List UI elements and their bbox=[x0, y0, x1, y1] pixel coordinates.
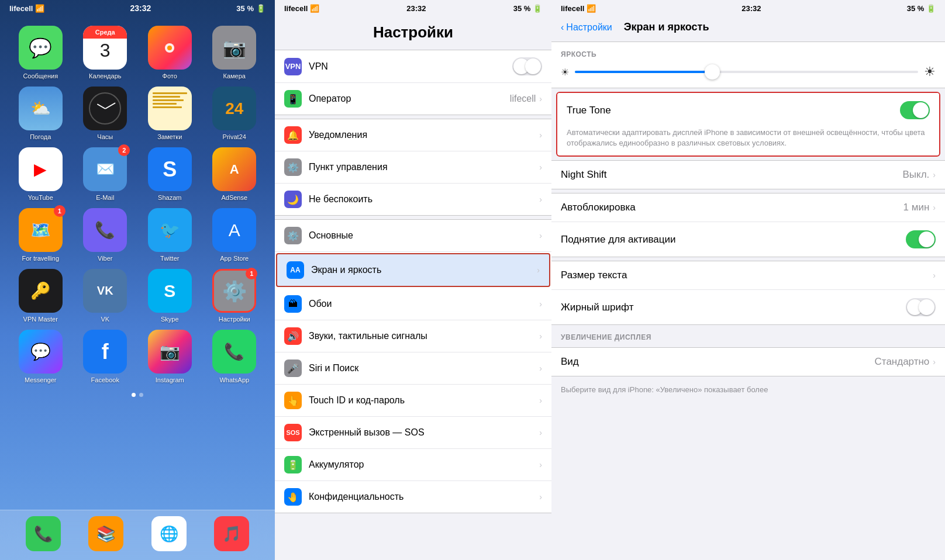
settings-display-label: Экран и яркость bbox=[311, 265, 537, 275]
settings-row-touchid[interactable]: 👆 Touch ID и код-пароль › bbox=[275, 385, 551, 417]
display-row-view[interactable]: Вид Стандартно › bbox=[551, 348, 945, 376]
view-label: Вид bbox=[561, 356, 875, 368]
settings-row-dnd[interactable]: 🌙 Не беспокоить › bbox=[275, 184, 551, 215]
app-vpnmaster-icon: 🔑 bbox=[19, 269, 63, 313]
app-youtube-icon: ▶ bbox=[19, 147, 63, 191]
app-shazam[interactable]: S Shazam bbox=[141, 147, 199, 201]
app-settings[interactable]: ⚙️ 1 Настройки bbox=[206, 269, 264, 323]
settings-battery-label: Аккумулятор bbox=[309, 459, 539, 470]
settings-row-control[interactable]: ⚙️ Пункт управления › bbox=[275, 151, 551, 184]
app-settings-badge: 1 bbox=[246, 268, 257, 279]
app-email[interactable]: ✉️ 2 E-Mail bbox=[77, 147, 134, 201]
svg-point-1 bbox=[167, 46, 172, 50]
settings-row-sounds[interactable]: 🔊 Звуки, тактильные сигналы › bbox=[275, 320, 551, 352]
settings-row-sos[interactable]: SOS Экстренный вызов — SOS › bbox=[275, 417, 551, 449]
settings-group-network: VPN VPN 📱 Оператор lifecell › bbox=[275, 50, 551, 115]
settings-battery-icon: 🔋 bbox=[284, 456, 302, 473]
settings-row-notifications[interactable]: 🔔 Уведомления › bbox=[275, 119, 551, 151]
clock-hour-hand bbox=[96, 103, 105, 109]
home-screen: lifecell 📶 23:32 35 % 🔋 💬 Сообщения Сред… bbox=[0, 0, 275, 560]
dock-phone[interactable]: 📞 bbox=[26, 516, 61, 551]
app-appstore-label: App Store bbox=[220, 255, 249, 262]
display-row-boldtext[interactable]: Жирный шрифт bbox=[551, 290, 945, 324]
settings-row-vpn[interactable]: VPN VPN bbox=[275, 50, 551, 83]
settings-row-general[interactable]: ⚙️ Основные › bbox=[275, 220, 551, 252]
app-vk[interactable]: VK VK bbox=[77, 269, 134, 323]
dock-books[interactable]: 📚 bbox=[88, 516, 123, 551]
display-row-raisewake[interactable]: Поднятие для активации bbox=[551, 222, 945, 257]
settings-siri-label: Siri и Поиск bbox=[309, 363, 539, 374]
display-row-nightshift[interactable]: Night Shift Выкл. › bbox=[551, 161, 945, 189]
settings-touchid-label: Touch ID и код-пароль bbox=[309, 395, 539, 406]
raisewake-toggle[interactable] bbox=[906, 230, 936, 248]
dock-chrome[interactable]: 🌐 bbox=[151, 516, 187, 551]
settings-privacy-chevron: › bbox=[539, 492, 542, 502]
display-wifi-icon: 📶 bbox=[587, 4, 596, 13]
app-camera[interactable]: 📷 Камера bbox=[206, 26, 264, 79]
settings-control-label: Пункт управления bbox=[309, 162, 539, 172]
app-viber[interactable]: 📞 Viber bbox=[77, 208, 134, 262]
settings-general-label: Основные bbox=[309, 230, 539, 241]
settings-siri-chevron: › bbox=[539, 364, 542, 373]
app-travelling[interactable]: 🗺️ 1 For travelling bbox=[12, 208, 70, 262]
back-button[interactable]: ‹ Настройки bbox=[561, 22, 612, 33]
app-instagram[interactable]: 📷 Instagram bbox=[141, 330, 199, 383]
settings-row-battery[interactable]: 🔋 Аккумулятор › bbox=[275, 449, 551, 481]
app-privat24[interactable]: 24 Privat24 bbox=[206, 87, 264, 140]
boldtext-toggle[interactable] bbox=[906, 298, 936, 316]
app-adsense-icon: A bbox=[212, 147, 256, 191]
app-photos[interactable]: Фото bbox=[141, 26, 199, 79]
app-messages[interactable]: 💬 Сообщения bbox=[12, 26, 70, 79]
calendar-weekday: Среда bbox=[83, 26, 127, 39]
home-status-left: lifecell 📶 bbox=[9, 4, 44, 13]
notes-line-2 bbox=[153, 96, 180, 98]
home-battery-icon: 🔋 bbox=[256, 4, 265, 13]
app-calendar[interactable]: Среда 3 Календарь bbox=[77, 26, 134, 79]
app-vpnmaster-label: VPN Master bbox=[23, 316, 58, 323]
app-whatsapp[interactable]: 📞 WhatsApp bbox=[206, 330, 264, 383]
settings-row-display[interactable]: AA Экран и яркость › bbox=[276, 253, 550, 287]
nightshift-value: Выкл. bbox=[902, 169, 929, 181]
app-vpnmaster[interactable]: 🔑 VPN Master bbox=[12, 269, 70, 323]
app-email-badge: 2 bbox=[118, 144, 130, 156]
settings-operator-label: Оператор bbox=[309, 94, 510, 104]
settings-vpn-label: VPN bbox=[309, 61, 512, 72]
app-notes-label: Заметки bbox=[157, 133, 182, 140]
display-battery: 35 % 🔋 bbox=[907, 4, 936, 13]
settings-general-chevron: › bbox=[539, 231, 542, 240]
settings-wallpaper-chevron: › bbox=[539, 299, 542, 309]
app-appstore[interactable]: A App Store bbox=[206, 208, 264, 262]
app-twitter-label: Twitter bbox=[160, 255, 179, 262]
settings-title: Настройки bbox=[275, 16, 551, 46]
app-weather[interactable]: ⛅ Погода bbox=[12, 87, 70, 140]
app-adsense[interactable]: A AdSense bbox=[206, 147, 264, 201]
app-twitter[interactable]: 🐦 Twitter bbox=[141, 208, 199, 262]
display-row-textsize[interactable]: Размер текста › bbox=[551, 261, 945, 290]
app-notes[interactable]: Заметки bbox=[141, 87, 199, 140]
dock-music[interactable]: 🎵 bbox=[214, 516, 249, 551]
app-skype[interactable]: S Skype bbox=[141, 269, 199, 323]
back-chevron-icon: ‹ bbox=[561, 22, 564, 33]
app-youtube[interactable]: ▶ YouTube bbox=[12, 147, 70, 201]
settings-time: 23:32 bbox=[406, 4, 426, 13]
app-skype-icon: S bbox=[148, 269, 192, 313]
display-row-autolock[interactable]: Автоблокировка 1 мин › bbox=[551, 193, 945, 222]
app-settings-label: Настройки bbox=[219, 316, 250, 323]
settings-row-operator[interactable]: 📱 Оператор lifecell › bbox=[275, 83, 551, 115]
settings-operator-icon: 📱 bbox=[284, 90, 302, 108]
settings-control-icon: ⚙️ bbox=[284, 158, 302, 176]
home-wifi-icon: 📶 bbox=[35, 4, 44, 13]
app-email-icon: ✉️ 2 bbox=[83, 147, 127, 191]
settings-row-siri[interactable]: 🎤 Siri и Поиск › bbox=[275, 352, 551, 385]
app-clock[interactable]: Часы bbox=[77, 87, 134, 140]
brightness-slider[interactable] bbox=[575, 71, 918, 73]
settings-dnd-label: Не беспокоить bbox=[309, 194, 539, 205]
settings-row-privacy[interactable]: 🤚 Конфиденциальность › bbox=[275, 481, 551, 513]
settings-wallpaper-label: Обои bbox=[309, 299, 539, 309]
settings-display-chevron: › bbox=[537, 265, 540, 275]
settings-row-wallpaper[interactable]: 🏔 Обои › bbox=[275, 288, 551, 320]
settings-vpn-toggle[interactable] bbox=[512, 57, 542, 75]
app-messenger[interactable]: 💬 Messenger bbox=[12, 330, 70, 383]
true-tone-toggle[interactable] bbox=[900, 101, 930, 119]
app-facebook[interactable]: f Facebook bbox=[77, 330, 134, 383]
